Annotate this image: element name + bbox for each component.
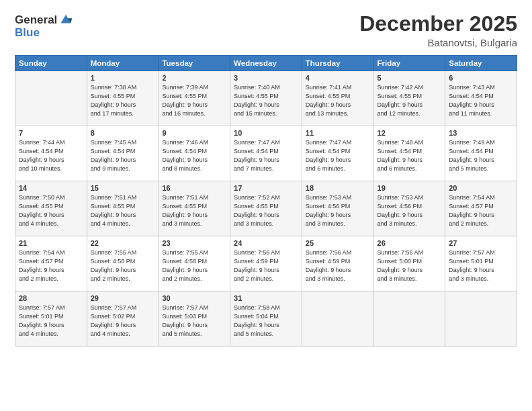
logo-general-text: General [15, 14, 57, 26]
day-info: Sunrise: 7:53 AM Sunset: 4:56 PM Dayligh… [378, 193, 442, 228]
calendar-cell [302, 291, 373, 347]
day-info: Sunrise: 7:49 AM Sunset: 4:54 PM Dayligh… [449, 138, 513, 173]
day-info: Sunrise: 7:39 AM Sunset: 4:55 PM Dayligh… [162, 83, 226, 118]
calendar-week-2: 7Sunrise: 7:44 AM Sunset: 4:54 PM Daylig… [15, 126, 517, 181]
calendar-cell: 23Sunrise: 7:55 AM Sunset: 4:58 PM Dayli… [159, 236, 230, 291]
day-number: 24 [234, 239, 298, 247]
day-info: Sunrise: 7:41 AM Sunset: 4:55 PM Dayligh… [306, 83, 370, 118]
calendar-cell: 5Sunrise: 7:42 AM Sunset: 4:55 PM Daylig… [373, 71, 445, 126]
day-number: 11 [306, 129, 370, 137]
calendar-cell: 10Sunrise: 7:47 AM Sunset: 4:54 PM Dayli… [230, 126, 302, 181]
calendar-cell: 29Sunrise: 7:57 AM Sunset: 5:02 PM Dayli… [87, 291, 159, 347]
day-number: 27 [449, 239, 513, 247]
day-info: Sunrise: 7:42 AM Sunset: 4:55 PM Dayligh… [378, 83, 442, 118]
day-info: Sunrise: 7:57 AM Sunset: 5:03 PM Dayligh… [162, 304, 226, 338]
day-number: 1 [91, 74, 155, 82]
header: General Blue December 2025 Batanovtsi, B… [15, 12, 517, 48]
calendar-cell: 13Sunrise: 7:49 AM Sunset: 4:54 PM Dayli… [445, 126, 517, 181]
day-info: Sunrise: 7:58 AM Sunset: 5:04 PM Dayligh… [234, 304, 298, 338]
day-info: Sunrise: 7:38 AM Sunset: 4:55 PM Dayligh… [91, 83, 155, 118]
day-number: 5 [378, 74, 442, 82]
calendar-cell: 3Sunrise: 7:40 AM Sunset: 4:55 PM Daylig… [230, 71, 302, 126]
month-title: December 2025 [359, 12, 517, 36]
day-number: 2 [162, 74, 226, 82]
day-number: 20 [449, 184, 513, 192]
calendar-cell: 31Sunrise: 7:58 AM Sunset: 5:04 PM Dayli… [230, 291, 302, 347]
day-info: Sunrise: 7:54 AM Sunset: 4:57 PM Dayligh… [19, 248, 83, 283]
day-info: Sunrise: 7:50 AM Sunset: 4:55 PM Dayligh… [19, 193, 83, 228]
calendar-cell: 9Sunrise: 7:46 AM Sunset: 4:54 PM Daylig… [159, 126, 230, 181]
day-number: 4 [306, 74, 370, 82]
day-info: Sunrise: 7:48 AM Sunset: 4:54 PM Dayligh… [378, 138, 442, 173]
calendar-cell [445, 291, 517, 347]
day-info: Sunrise: 7:51 AM Sunset: 4:55 PM Dayligh… [91, 193, 155, 228]
day-number: 29 [91, 294, 155, 302]
day-info: Sunrise: 7:55 AM Sunset: 4:58 PM Dayligh… [162, 248, 226, 283]
calendar-cell [373, 291, 445, 347]
header-sunday: Sunday [15, 56, 87, 71]
calendar-cell: 2Sunrise: 7:39 AM Sunset: 4:55 PM Daylig… [159, 71, 230, 126]
logo-icon [58, 12, 73, 27]
calendar-cell: 4Sunrise: 7:41 AM Sunset: 4:55 PM Daylig… [302, 71, 373, 126]
logo-blue-text: Blue [15, 26, 40, 39]
day-info: Sunrise: 7:53 AM Sunset: 4:56 PM Dayligh… [306, 193, 370, 228]
day-number: 28 [19, 294, 83, 302]
calendar-cell: 20Sunrise: 7:54 AM Sunset: 4:57 PM Dayli… [445, 181, 517, 236]
day-info: Sunrise: 7:47 AM Sunset: 4:54 PM Dayligh… [234, 138, 298, 173]
calendar-cell: 21Sunrise: 7:54 AM Sunset: 4:57 PM Dayli… [15, 236, 87, 291]
day-info: Sunrise: 7:55 AM Sunset: 4:58 PM Dayligh… [91, 248, 155, 283]
day-info: Sunrise: 7:52 AM Sunset: 4:55 PM Dayligh… [234, 193, 298, 228]
calendar-cell: 6Sunrise: 7:43 AM Sunset: 4:54 PM Daylig… [445, 71, 517, 126]
header-thursday: Thursday [302, 56, 373, 71]
day-number: 14 [19, 184, 83, 192]
day-info: Sunrise: 7:56 AM Sunset: 5:00 PM Dayligh… [378, 248, 442, 283]
header-row: Sunday Monday Tuesday Wednesday Thursday… [15, 56, 517, 71]
day-number: 21 [19, 239, 83, 247]
day-info: Sunrise: 7:57 AM Sunset: 5:01 PM Dayligh… [19, 304, 83, 338]
day-info: Sunrise: 7:46 AM Sunset: 4:54 PM Dayligh… [162, 138, 226, 173]
calendar-cell: 14Sunrise: 7:50 AM Sunset: 4:55 PM Dayli… [15, 181, 87, 236]
day-number: 31 [234, 294, 298, 302]
calendar-cell: 16Sunrise: 7:51 AM Sunset: 4:55 PM Dayli… [159, 181, 230, 236]
day-info: Sunrise: 7:56 AM Sunset: 4:59 PM Dayligh… [306, 248, 370, 283]
calendar-cell: 7Sunrise: 7:44 AM Sunset: 4:54 PM Daylig… [15, 126, 87, 181]
day-info: Sunrise: 7:40 AM Sunset: 4:55 PM Dayligh… [234, 83, 298, 118]
day-number: 23 [162, 239, 226, 247]
header-monday: Monday [87, 56, 159, 71]
logo: General Blue [15, 12, 73, 39]
location-title: Batanovtsi, Bulgaria [359, 37, 517, 48]
day-info: Sunrise: 7:57 AM Sunset: 5:02 PM Dayligh… [91, 304, 155, 338]
day-number: 15 [91, 184, 155, 192]
calendar-week-1: 1Sunrise: 7:38 AM Sunset: 4:55 PM Daylig… [15, 71, 517, 126]
day-number: 6 [449, 74, 513, 82]
day-number: 9 [162, 129, 226, 137]
day-info: Sunrise: 7:45 AM Sunset: 4:54 PM Dayligh… [91, 138, 155, 173]
calendar-cell: 30Sunrise: 7:57 AM Sunset: 5:03 PM Dayli… [159, 291, 230, 347]
day-info: Sunrise: 7:43 AM Sunset: 4:54 PM Dayligh… [449, 83, 513, 118]
calendar-week-4: 21Sunrise: 7:54 AM Sunset: 4:57 PM Dayli… [15, 236, 517, 291]
header-friday: Friday [373, 56, 445, 71]
header-tuesday: Tuesday [159, 56, 230, 71]
day-number: 13 [449, 129, 513, 137]
calendar-cell: 8Sunrise: 7:45 AM Sunset: 4:54 PM Daylig… [87, 126, 159, 181]
day-number: 8 [91, 129, 155, 137]
day-info: Sunrise: 7:47 AM Sunset: 4:54 PM Dayligh… [306, 138, 370, 173]
day-info: Sunrise: 7:51 AM Sunset: 4:55 PM Dayligh… [162, 193, 226, 228]
calendar-cell: 28Sunrise: 7:57 AM Sunset: 5:01 PM Dayli… [15, 291, 87, 347]
page: General Blue December 2025 Batanovtsi, B… [0, 0, 532, 411]
day-info: Sunrise: 7:44 AM Sunset: 4:54 PM Dayligh… [19, 138, 83, 173]
calendar-cell: 18Sunrise: 7:53 AM Sunset: 4:56 PM Dayli… [302, 181, 373, 236]
day-number: 10 [234, 129, 298, 137]
header-wednesday: Wednesday [230, 56, 302, 71]
calendar-cell: 1Sunrise: 7:38 AM Sunset: 4:55 PM Daylig… [87, 71, 159, 126]
calendar-table: Sunday Monday Tuesday Wednesday Thursday… [15, 55, 517, 347]
day-info: Sunrise: 7:56 AM Sunset: 4:59 PM Dayligh… [234, 248, 298, 283]
calendar-cell: 11Sunrise: 7:47 AM Sunset: 4:54 PM Dayli… [302, 126, 373, 181]
calendar-cell: 26Sunrise: 7:56 AM Sunset: 5:00 PM Dayli… [373, 236, 445, 291]
calendar-week-5: 28Sunrise: 7:57 AM Sunset: 5:01 PM Dayli… [15, 291, 517, 347]
calendar-cell: 25Sunrise: 7:56 AM Sunset: 4:59 PM Dayli… [302, 236, 373, 291]
calendar-cell: 27Sunrise: 7:57 AM Sunset: 5:01 PM Dayli… [445, 236, 517, 291]
calendar-cell: 12Sunrise: 7:48 AM Sunset: 4:54 PM Dayli… [373, 126, 445, 181]
day-number: 16 [162, 184, 226, 192]
day-number: 7 [19, 129, 83, 137]
